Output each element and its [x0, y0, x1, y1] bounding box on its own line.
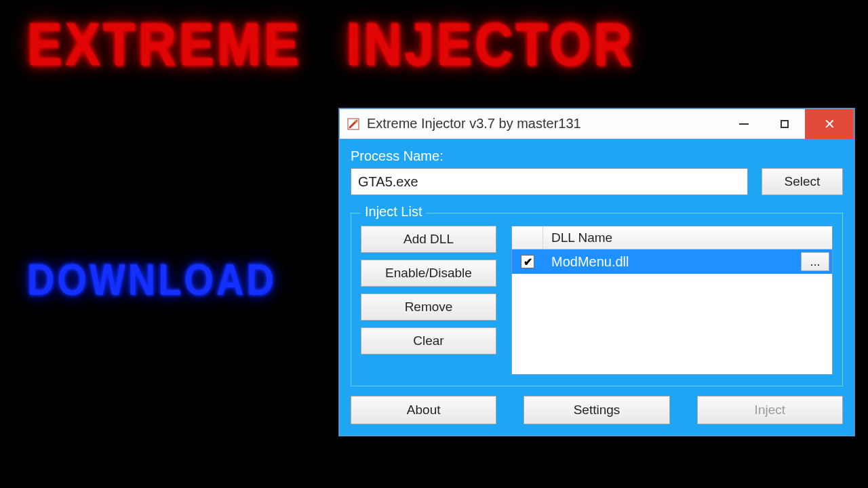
- headline-extreme-injector: Extreme Injector: [27, 9, 662, 80]
- headline-word-injector: Injector: [347, 9, 635, 80]
- dll-list-row[interactable]: ✔ ModMenu.dll ...: [512, 249, 832, 274]
- select-process-button[interactable]: Select: [762, 168, 843, 195]
- checkmark-icon: ✔: [524, 256, 532, 268]
- dll-list-header: DLL Name: [512, 226, 832, 249]
- close-icon: ✕: [824, 116, 835, 132]
- settings-button[interactable]: Settings: [524, 396, 669, 424]
- inject-button[interactable]: Inject: [697, 396, 843, 424]
- about-button[interactable]: About: [351, 396, 496, 424]
- app-icon: [347, 117, 360, 131]
- maximize-button[interactable]: [764, 109, 805, 139]
- headline-word-extreme: Extreme: [27, 9, 302, 80]
- dll-list-header-checkbox-col[interactable]: [512, 226, 543, 249]
- window-title: Extreme Injector v3.7 by master131: [367, 116, 724, 131]
- bottom-button-row: About Settings Inject: [351, 396, 843, 424]
- add-dll-button[interactable]: Add DLL: [361, 226, 496, 253]
- inject-list-button-column: Add DLL Enable/Disable Remove Clear: [361, 226, 496, 375]
- dll-row-browse-button[interactable]: ...: [801, 252, 829, 271]
- enable-disable-button[interactable]: Enable/Disable: [361, 260, 496, 287]
- app-window: Extreme Injector v3.7 by master131 ✕ Pro…: [339, 108, 854, 436]
- dll-list-header-name[interactable]: DLL Name: [543, 230, 832, 245]
- process-row: Process Name: Select: [351, 148, 843, 195]
- close-button[interactable]: ✕: [805, 109, 854, 139]
- inject-list-legend: Inject List: [361, 204, 426, 220]
- remove-button[interactable]: Remove: [361, 293, 496, 321]
- inject-list-group: Inject List Add DLL Enable/Disable Remov…: [351, 213, 843, 386]
- process-name-input[interactable]: [351, 168, 748, 195]
- dll-row-name: ModMenu.dll: [543, 254, 801, 270]
- minimize-icon: [739, 123, 749, 125]
- clear-button[interactable]: Clear: [361, 327, 496, 354]
- dll-listview[interactable]: DLL Name ✔ ModMenu.dll ...: [511, 226, 833, 375]
- dll-row-checkbox[interactable]: ✔: [521, 255, 534, 268]
- process-name-label: Process Name:: [351, 148, 748, 164]
- titlebar[interactable]: Extreme Injector v3.7 by master131 ✕: [340, 109, 854, 139]
- maximize-icon: [781, 120, 789, 128]
- headline-download: Download: [27, 254, 277, 305]
- minimize-button[interactable]: [724, 109, 764, 139]
- svg-point-2: [355, 120, 357, 123]
- client-area: Process Name: Select Inject List Add DLL…: [340, 139, 854, 435]
